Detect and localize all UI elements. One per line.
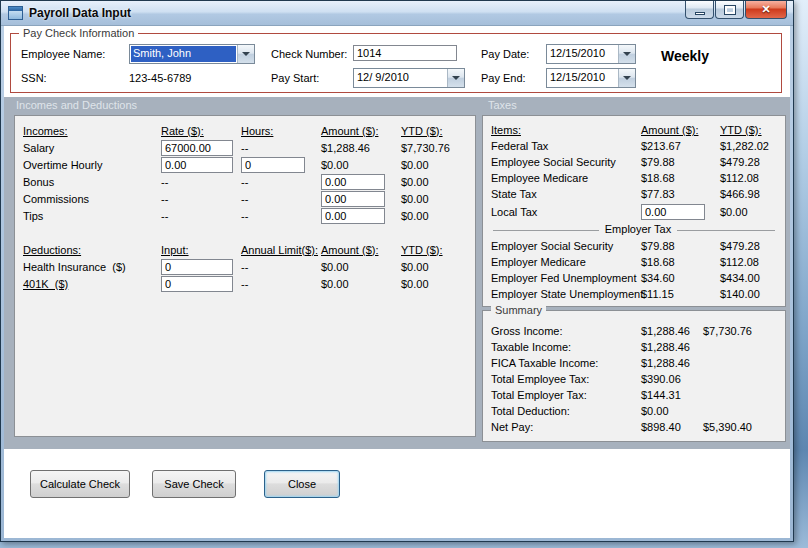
- col-header-tax-ytd: YTD ($):: [720, 124, 785, 136]
- federal-tax-amount: $213.67: [641, 140, 720, 152]
- 401k-link[interactable]: 401K ($): [23, 278, 161, 290]
- col-header-ytd: YTD ($):: [401, 125, 475, 137]
- summary-row-taxable-income: Taxable Income: $1,288.46: [491, 339, 785, 355]
- health-insurance-amount-value: $0.00: [321, 261, 401, 273]
- deductions-header-row: Deductions: Input: Annual Limit($): Amou…: [23, 241, 475, 258]
- tax-row-employer-medicare: Employer Medicare $18.68 $112.08: [491, 254, 785, 270]
- income-label: Bonus: [23, 176, 161, 188]
- col-header-input: Input:: [161, 244, 241, 256]
- pay-start-value: 12/ 9/2010: [354, 69, 447, 87]
- employer-state-unemp-ytd: $140.00: [720, 288, 785, 300]
- summary-label-text: Total Employee Tax:: [491, 373, 641, 385]
- pay-end-datepicker[interactable]: 12/15/2010: [546, 68, 636, 88]
- fica-taxable-income-value: $1,288.46: [641, 357, 703, 369]
- col-header-ded-ytd: YTD ($):: [401, 244, 475, 256]
- tax-row-employer-state-unemployment: Employer State Unemployment $11.15 $140.…: [491, 286, 785, 302]
- summary-row-gross-income: Gross Income: $1,288.46 $7,730.76: [491, 323, 785, 339]
- maximize-icon: [725, 6, 735, 14]
- app-icon: [8, 6, 23, 20]
- summary-label-text: Total Deduction:: [491, 405, 641, 417]
- summary-label-text: Net Pay:: [491, 421, 641, 433]
- commissions-amount-input[interactable]: [321, 191, 385, 207]
- employer-tax-label: Employer Tax: [599, 223, 677, 235]
- income-label: Salary: [23, 142, 161, 154]
- paycheck-group-label: Pay Check Information: [19, 27, 138, 39]
- summary-label-text: FICA Taxable Income:: [491, 357, 641, 369]
- income-label: Overtime Hourly: [23, 159, 161, 171]
- tips-ytd-value: $0.00: [401, 210, 475, 222]
- taxes-header-row: Items: Amount ($): YTD ($):: [491, 122, 785, 138]
- 401k-annual-limit: --: [241, 278, 321, 290]
- taxes-panel: Items: Amount ($): YTD ($): Federal Tax …: [482, 115, 786, 307]
- overtime-hours-input[interactable]: [241, 157, 305, 173]
- employer-tax-separator: Employer Tax: [491, 223, 785, 238]
- employer-fed-unemp-amount: $34.60: [641, 272, 720, 284]
- income-row-overtime: Overtime Hourly $0.00 $0.00: [23, 156, 475, 173]
- local-tax-input[interactable]: [641, 204, 705, 220]
- main-band: Incomes and Deductions Taxes Incomes: Ra…: [4, 97, 790, 449]
- summary-panel: Summary Gross Income: $1,288.46 $7,730.7…: [482, 310, 786, 442]
- pay-end-label: Pay End:: [481, 72, 526, 84]
- bonus-ytd-value: $0.00: [401, 176, 475, 188]
- bonus-amount-input[interactable]: [321, 174, 385, 190]
- employee-name-combobox[interactable]: Smith, John: [129, 44, 255, 64]
- gross-income-ytd: $7,730.76: [703, 325, 785, 337]
- close-window-button[interactable]: ✕: [745, 1, 787, 19]
- pay-date-datepicker[interactable]: 12/15/2010: [546, 44, 636, 64]
- desktop: Payroll Data Input ✕ Pay Check Informati…: [0, 0, 808, 548]
- ssn-value: 123-45-6789: [129, 72, 191, 84]
- employee-ss-ytd: $479.28: [720, 156, 785, 168]
- maximize-button[interactable]: [715, 1, 744, 19]
- close-button[interactable]: Close: [264, 470, 340, 498]
- employer-fed-unemp-ytd: $434.00: [720, 272, 785, 284]
- chevron-down-icon[interactable]: [447, 69, 464, 87]
- col-header-annual-limit: Annual Limit($):: [241, 244, 321, 256]
- chevron-down-icon[interactable]: [618, 69, 635, 87]
- salary-rate-input[interactable]: [161, 140, 233, 156]
- pay-start-datepicker[interactable]: 12/ 9/2010: [353, 68, 465, 88]
- summary-row-total-deduction: Total Deduction: $0.00: [491, 403, 785, 419]
- check-number-input[interactable]: [353, 45, 457, 61]
- window-controls: ✕: [685, 1, 787, 19]
- tax-label: Federal Tax: [491, 140, 641, 152]
- tax-label: Local Tax: [491, 206, 641, 218]
- calculate-check-button[interactable]: Calculate Check: [30, 470, 130, 498]
- employee-name-label: Employee Name:: [21, 48, 105, 60]
- tips-amount-input[interactable]: [321, 208, 385, 224]
- check-number-label: Check Number:: [271, 48, 347, 60]
- titlebar[interactable]: Payroll Data Input ✕: [1, 1, 793, 26]
- 401k-input[interactable]: [161, 276, 233, 292]
- col-header-deductions: Deductions:: [23, 244, 161, 256]
- employee-medicare-amount: $18.68: [641, 172, 720, 184]
- summary-row-net-pay: Net Pay: $898.40 $5,390.40: [491, 419, 785, 435]
- payroll-window: Payroll Data Input ✕ Pay Check Informati…: [0, 0, 794, 542]
- health-insurance-input[interactable]: [161, 259, 233, 275]
- tax-row-employer-fed-unemployment: Employer Fed Unemployment $34.60 $434.00: [491, 270, 785, 286]
- commissions-hours-value: --: [241, 193, 321, 205]
- income-row-salary: Salary -- $1,288.46 $7,730.76: [23, 139, 475, 156]
- overtime-amount-value: $0.00: [321, 159, 401, 171]
- state-tax-ytd: $466.98: [720, 188, 785, 200]
- tax-label: Employer Medicare: [491, 256, 641, 268]
- taxes-section-header: Taxes: [488, 99, 517, 111]
- chevron-down-icon[interactable]: [237, 45, 254, 63]
- chevron-down-icon[interactable]: [618, 45, 635, 63]
- col-header-tax-amount: Amount ($):: [641, 124, 720, 136]
- close-icon: ✕: [761, 3, 770, 16]
- commissions-rate-value: --: [161, 193, 241, 205]
- pay-date-label: Pay Date:: [481, 48, 529, 60]
- col-header-amount: Amount ($):: [321, 125, 401, 137]
- minimize-icon: [695, 12, 705, 15]
- employer-ss-amount: $79.88: [641, 240, 720, 252]
- tax-row-local: Local Tax $0.00: [491, 202, 785, 221]
- bonus-rate-value: --: [161, 176, 241, 188]
- tax-label: Employer Fed Unemployment: [491, 272, 641, 284]
- health-insurance-annual-limit: --: [241, 261, 321, 273]
- health-insurance-ytd-value: $0.00: [401, 261, 475, 273]
- save-check-button[interactable]: Save Check: [152, 470, 236, 498]
- col-header-hours: Hours:: [241, 125, 321, 137]
- minimize-button[interactable]: [685, 1, 714, 19]
- overtime-rate-input[interactable]: [161, 157, 233, 173]
- col-header-rate: Rate ($):: [161, 125, 241, 137]
- tips-rate-value: --: [161, 210, 241, 222]
